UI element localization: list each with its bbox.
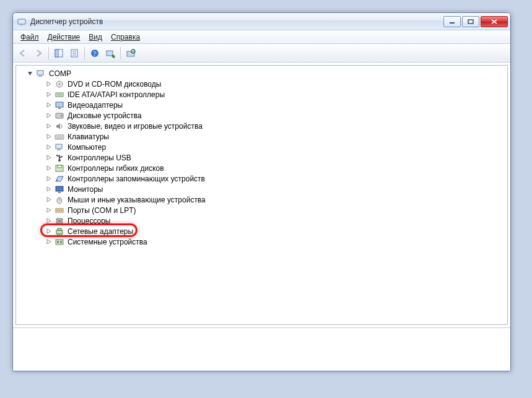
disk-icon [55,111,64,121]
menu-view[interactable]: Вид [85,32,106,43]
titlebar[interactable]: Диспетчер устройств [13,13,510,30]
expand-icon[interactable] [45,133,52,141]
mouse-icon [55,195,64,205]
expand-icon[interactable] [45,228,52,235]
tree-node-usb[interactable]: Контроллеры USB [20,152,507,163]
forward-button[interactable] [31,46,46,61]
svg-rect-23 [58,108,61,109]
expand-icon[interactable] [45,112,52,119]
svg-point-25 [60,115,63,117]
window-title: Диспетчер устройств [30,17,442,26]
expand-icon[interactable] [45,144,52,151]
node-label: Порты (COM и LPT) [66,206,137,215]
computer-icon [36,69,46,79]
minimize-button[interactable] [443,16,461,27]
tree-node-disk[interactable]: Дисковые устройства [20,110,507,121]
svg-rect-39 [58,192,61,193]
svg-rect-0 [18,19,25,24]
node-label: Клавиатуры [66,132,110,141]
tree-node-disc[interactable]: DVD и CD-ROM дисководы [20,79,507,89]
keyboard-icon [55,132,64,142]
tree-node-system[interactable]: Системные устройства [20,236,507,247]
tree-node-keyboard[interactable]: Клавиатуры [20,131,507,142]
display-icon [55,100,64,110]
node-label: Дисковые устройства [66,111,143,120]
svg-rect-17 [38,76,42,77]
expand-icon[interactable] [45,154,52,162]
svg-point-44 [59,210,60,211]
node-label: Контроллеры гибких дисков [66,164,165,173]
svg-rect-47 [58,220,61,222]
node-label: Мониторы [66,185,104,194]
node-label: Процессоры [66,217,112,225]
toolbar-separator [48,47,49,59]
toolbar: ? [13,44,510,63]
floppy-ctrl-icon [55,163,64,173]
expand-icon[interactable] [45,91,52,98]
tree-node-monitor[interactable]: Мониторы [20,184,507,194]
svg-rect-2 [450,22,455,24]
maximize-button[interactable] [462,16,479,27]
properties-button[interactable] [67,46,82,61]
cpu-icon [55,216,64,226]
menu-file[interactable]: Файл [17,32,43,43]
node-label: Контроллеры запоминающих устройств [66,175,206,183]
show-hide-tree-button[interactable] [51,46,66,61]
svg-text:?: ? [94,50,97,57]
expand-icon[interactable] [45,123,52,130]
svg-rect-3 [468,20,473,24]
expand-icon[interactable] [45,165,52,172]
svg-rect-38 [56,186,63,191]
device-manager-window: Диспетчер устройств Файл Действие Вид Сп… [12,12,511,371]
node-label: DVD и CD-ROM дисководы [66,80,162,89]
expand-icon[interactable] [45,80,52,88]
expand-icon[interactable] [45,175,52,183]
tree-root-node[interactable]: COMP [20,68,507,79]
back-button[interactable] [15,46,30,61]
node-label: Контроллеры USB [66,154,133,162]
node-label: Мыши и иные указывающие устройства [66,196,207,204]
update-driver-button[interactable] [123,46,138,61]
collapse-icon[interactable] [26,70,33,77]
svg-rect-57 [56,240,63,244]
svg-rect-53 [58,228,61,230]
menu-action[interactable]: Действие [44,32,84,43]
expand-icon[interactable] [45,207,52,214]
svg-rect-52 [56,230,63,234]
node-label: Системные устройства [66,238,149,246]
tree-node-mouse[interactable]: Мыши и иные указывающие устройства [20,194,507,205]
close-button[interactable] [481,16,508,27]
svg-rect-36 [58,165,61,168]
expand-icon[interactable] [45,238,52,246]
tree-node-port[interactable]: Порты (COM и LPT) [20,205,507,215]
port-icon [55,205,64,215]
menu-help[interactable]: Справка [107,32,144,43]
svg-rect-16 [37,71,43,75]
tree-node-network[interactable]: Сетевые адаптеры [20,226,507,236]
menubar: Файл Действие Вид Справка [13,30,510,44]
expand-icon[interactable] [45,196,52,204]
disc-icon [55,79,64,89]
tree-node-sound[interactable]: Звуковые, видео и игровые устройства [20,121,507,131]
svg-rect-29 [56,144,62,149]
tree-node-storage[interactable]: Контроллеры запоминающих устройств [20,173,507,184]
expand-icon[interactable] [45,186,52,193]
tree-node-ide[interactable]: IDE ATA/ATAPI контроллеры [20,89,507,100]
expand-icon[interactable] [45,102,52,109]
device-tree[interactable]: COMPDVD и CD-ROM дисководыIDE ATA/ATAPI … [15,65,508,325]
svg-rect-34 [61,156,63,157]
help-button[interactable]: ? [87,46,102,61]
tree-node-display[interactable]: Видеоадаптеры [20,100,507,110]
tree-node-computer[interactable]: Компьютер [20,142,507,152]
svg-rect-5 [55,50,58,57]
node-label: Компьютер [66,143,107,152]
monitor-icon [55,184,64,194]
ide-icon [55,90,64,100]
expand-icon[interactable] [45,217,52,225]
system-icon [55,237,64,247]
tree-node-cpu[interactable]: Процессоры [20,215,507,226]
tree-node-floppy-ctrl[interactable]: Контроллеры гибких дисков [20,163,507,173]
svg-rect-12 [107,51,113,56]
svg-point-33 [56,154,58,155]
scan-hardware-button[interactable] [103,46,118,61]
